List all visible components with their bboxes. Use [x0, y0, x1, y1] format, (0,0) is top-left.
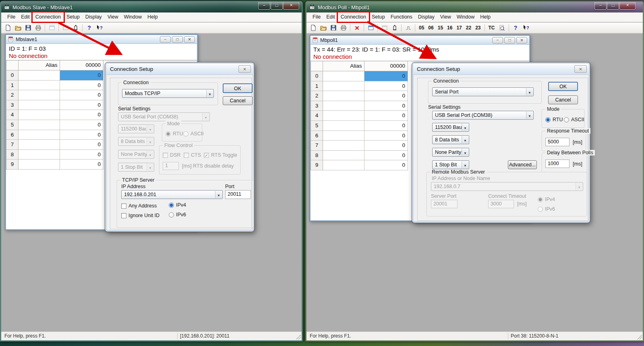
- chevron-down-icon[interactable]: [215, 191, 222, 198]
- value-cell[interactable]: 0: [364, 131, 408, 141]
- dialog-close-button[interactable]: [238, 65, 251, 73]
- ip-address-combo[interactable]: 192.168.0.201: [121, 190, 223, 199]
- maximize-button[interactable]: [271, 2, 283, 10]
- chevron-down-icon[interactable]: [462, 124, 468, 131]
- device-log-button[interactable]: [390, 23, 399, 32]
- ascii-radio[interactable]: ASCII: [183, 131, 204, 137]
- alias-cell[interactable]: [323, 101, 365, 111]
- cancel-button[interactable]: Cancel: [548, 95, 578, 104]
- menu-display[interactable]: Display: [83, 12, 105, 22]
- chevron-down-icon[interactable]: [206, 90, 213, 97]
- value-cell[interactable]: 0: [60, 110, 104, 120]
- dialog-title-bar[interactable]: Connection Setup: [106, 64, 253, 75]
- row-number[interactable]: 2: [6, 90, 19, 100]
- row-number[interactable]: 3: [311, 101, 323, 111]
- value-cell[interactable]: 0: [364, 91, 408, 101]
- row-number[interactable]: 5: [6, 120, 19, 130]
- poll-definition-button[interactable]: [71, 23, 80, 32]
- value-cell[interactable]: 0: [364, 151, 408, 161]
- menu-edit[interactable]: Edit: [323, 12, 338, 22]
- stop-bits-combo[interactable]: 1 Stop Bit: [118, 163, 154, 172]
- menu-connection[interactable]: Connection: [33, 12, 64, 22]
- parity-combo[interactable]: None Parity: [118, 150, 154, 159]
- close-button[interactable]: [619, 2, 636, 10]
- test-center-button[interactable]: TC: [487, 23, 497, 32]
- value-cell[interactable]: 0: [364, 121, 408, 131]
- menu-setup[interactable]: Setup: [369, 12, 388, 22]
- cancel-poll-button[interactable]: ✕: [352, 23, 362, 32]
- grid-corner-header[interactable]: [311, 61, 323, 71]
- server-port-input[interactable]: 20001: [431, 200, 458, 208]
- any-address-checkbox[interactable]: Any Address: [121, 203, 157, 209]
- chevron-down-icon[interactable]: [462, 136, 468, 143]
- rts-delay-input[interactable]: 1: [163, 162, 179, 170]
- doc-close-button[interactable]: [516, 37, 527, 44]
- alias-cell[interactable]: [323, 141, 365, 151]
- value-cell[interactable]: 0: [364, 141, 408, 151]
- resize-grip[interactable]: [637, 334, 642, 340]
- doc-title-bar[interactable]: Mbslave1: [6, 35, 197, 44]
- stop-bits-combo[interactable]: 1 Stop Bit: [432, 160, 469, 169]
- open-file-button[interactable]: [319, 23, 328, 32]
- serial-port-combo[interactable]: USB Serial Port (COM38): [432, 111, 534, 120]
- row-number[interactable]: 9: [311, 160, 323, 170]
- dialog-close-button[interactable]: [574, 65, 587, 73]
- response-timeout-input[interactable]: 5000: [545, 138, 569, 146]
- alias-cell[interactable]: [19, 160, 60, 170]
- function-06-button[interactable]: 06: [427, 23, 435, 32]
- dsr-checkbox[interactable]: DSR: [163, 152, 180, 158]
- communication-button[interactable]: [380, 23, 389, 32]
- row-number[interactable]: 6: [311, 131, 323, 141]
- rtu-radio[interactable]: RTU: [166, 131, 183, 137]
- print-button[interactable]: [339, 23, 348, 32]
- ipv4-radio[interactable]: IPv4: [538, 197, 555, 202]
- serial-port-combo[interactable]: USB Serial Port (COM38): [118, 112, 210, 121]
- alias-cell[interactable]: [19, 110, 60, 120]
- context-help-button[interactable]: ?: [521, 23, 530, 32]
- function-16-button[interactable]: 16: [445, 23, 454, 32]
- row-number[interactable]: 4: [6, 110, 19, 120]
- menu-functions[interactable]: Functions: [388, 12, 415, 22]
- row-number[interactable]: 8: [311, 151, 323, 161]
- alias-cell[interactable]: [323, 160, 365, 170]
- value-cell[interactable]: 0: [60, 150, 104, 160]
- ipv4-radio[interactable]: IPv4: [169, 202, 186, 208]
- alias-cell[interactable]: [19, 150, 60, 160]
- about-button[interactable]: ?: [85, 23, 94, 32]
- value-cell[interactable]: 0: [60, 140, 104, 150]
- function-22-button[interactable]: 22: [464, 23, 473, 32]
- row-number[interactable]: 8: [6, 150, 19, 160]
- alias-cell[interactable]: [19, 90, 60, 100]
- data-bits-combo[interactable]: 8 Data bits: [118, 137, 154, 146]
- save-button[interactable]: [329, 23, 338, 32]
- alias-cell[interactable]: [19, 130, 60, 140]
- menu-window[interactable]: Window: [121, 12, 145, 22]
- doc-close-button[interactable]: [184, 36, 195, 43]
- chevron-down-icon[interactable]: [462, 161, 468, 168]
- menu-help[interactable]: Help: [145, 12, 161, 22]
- remote-ip-combo[interactable]: 192.168.0.7: [431, 182, 583, 191]
- ok-button[interactable]: OK: [548, 82, 578, 91]
- value-cell[interactable]: 0: [60, 130, 104, 140]
- value-cell[interactable]: 0: [60, 70, 104, 81]
- new-file-button[interactable]: [3, 23, 12, 32]
- chevron-down-icon[interactable]: [526, 88, 533, 95]
- alias-cell[interactable]: [323, 111, 365, 121]
- chevron-down-icon[interactable]: [462, 149, 468, 156]
- value-cell[interactable]: 0: [364, 81, 408, 91]
- alias-cell[interactable]: [19, 81, 60, 91]
- grid-alias-column-header[interactable]: Alias: [19, 60, 60, 70]
- ascii-radio[interactable]: ASCII: [564, 117, 584, 122]
- doc-restore-button[interactable]: [504, 37, 515, 44]
- about-button[interactable]: ?: [511, 23, 520, 32]
- alias-cell[interactable]: [323, 81, 365, 91]
- display-setup-button[interactable]: [47, 23, 56, 32]
- alias-cell[interactable]: [19, 140, 60, 150]
- menu-file[interactable]: File: [4, 12, 18, 22]
- connection-type-combo[interactable]: Serial Port: [432, 87, 534, 96]
- value-cell[interactable]: 0: [364, 71, 408, 81]
- open-file-button[interactable]: [13, 23, 23, 32]
- menu-file[interactable]: File: [310, 12, 323, 22]
- alias-cell[interactable]: [323, 131, 365, 141]
- communication-button[interactable]: [61, 23, 70, 32]
